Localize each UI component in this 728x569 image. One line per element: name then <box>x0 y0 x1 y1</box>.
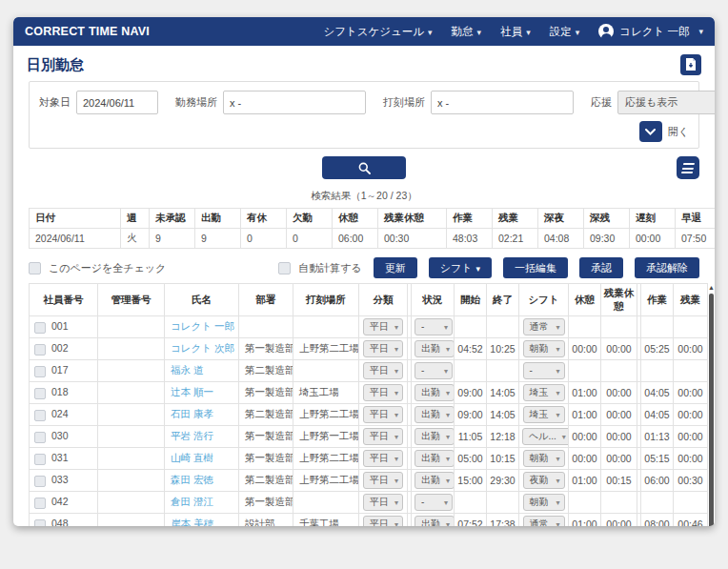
shift-select-value: - <box>530 365 533 376</box>
employee-name-link[interactable]: 岸本 美穂 <box>171 518 213 526</box>
nav-menu-shain[interactable]: 社員 <box>500 25 531 39</box>
status-select[interactable]: 出勤 <box>415 472 455 489</box>
employee-name-link[interactable]: 平岩 浩行 <box>171 430 213 441</box>
rest-cell: 00:00 <box>569 426 601 448</box>
nav-menu-settei[interactable]: 設定 <box>550 25 580 39</box>
list-menu-button[interactable] <box>677 156 699 179</box>
employee-name-link[interactable]: 森田 宏徳 <box>171 474 213 485</box>
row-checkbox[interactable] <box>34 498 46 509</box>
status-select[interactable]: 出勤 <box>415 450 455 467</box>
shift-select-value: 埼玉 <box>530 387 549 397</box>
page-title: 日別勤怠 <box>27 56 84 74</box>
attendance-col-header: 部署 <box>239 284 293 316</box>
status-select[interactable]: 出勤 <box>415 516 455 526</box>
bulk-edit-button[interactable]: 一括編集 <box>503 257 568 278</box>
category-select[interactable]: 平日 <box>363 428 403 445</box>
shift-select[interactable]: 朝勤 <box>523 340 565 357</box>
employee-name-cell: 福永 道 <box>165 360 239 382</box>
summary-col-header: 早退 <box>676 209 716 229</box>
row-checkbox[interactable] <box>34 410 46 421</box>
hamburger-icon <box>681 163 695 173</box>
status-select[interactable]: 出勤 <box>415 406 455 423</box>
employee-id: 030 <box>51 430 69 441</box>
support-group: 応援 応援も表示 <box>591 91 715 114</box>
department-cell: 第二製造部 <box>239 404 293 426</box>
support-select[interactable]: 応援も表示 <box>617 91 715 114</box>
scroll-up-icon[interactable]: ▲ <box>708 284 715 292</box>
employee-name-link[interactable]: 辻本 順一 <box>171 386 213 397</box>
employee-name-link[interactable]: 石田 康孝 <box>171 408 213 419</box>
row-checkbox[interactable] <box>34 432 46 443</box>
row-checkbox[interactable] <box>34 476 46 487</box>
row-checkbox[interactable] <box>34 388 46 399</box>
row-checkbox[interactable] <box>34 519 46 526</box>
category-select[interactable]: 平日 <box>363 318 403 335</box>
shift-select[interactable]: ヘル... <box>522 428 569 445</box>
expand-button[interactable] <box>639 121 662 142</box>
auto-calc-checkbox[interactable] <box>278 262 291 274</box>
status-select[interactable]: 出勤 <box>415 384 455 401</box>
status-cell: 出勤 <box>412 338 455 360</box>
nav-menu-shift-schedule[interactable]: シフトスケジュール <box>323 25 432 39</box>
search-button[interactable] <box>322 156 406 179</box>
row-checkbox[interactable] <box>34 366 46 377</box>
category-cell: 平日 <box>359 360 408 382</box>
employee-id: 017 <box>51 364 69 376</box>
shift-select[interactable]: 朝勤 <box>523 450 565 467</box>
category-select[interactable]: 平日 <box>363 340 403 357</box>
employee-name-link[interactable]: コレクト 次郎 <box>171 342 234 354</box>
attendance-col-header: 作業 <box>641 284 674 316</box>
employee-id-cell: 048 <box>30 514 98 527</box>
category-select[interactable]: 平日 <box>363 450 403 467</box>
status-select[interactable]: 出勤 <box>415 340 455 357</box>
overtime-cell <box>674 492 708 514</box>
status-select[interactable]: - <box>415 362 453 379</box>
shift-select[interactable]: 朝勤 <box>523 494 565 511</box>
employee-name-link[interactable]: 倉田 澄江 <box>171 496 213 507</box>
status-cell: - <box>412 360 455 382</box>
row-checkbox[interactable] <box>34 322 46 334</box>
attendance-col-header: 状況 <box>412 284 455 316</box>
status-select[interactable]: 出勤 <box>415 428 455 445</box>
status-select[interactable]: - <box>415 494 453 511</box>
export-button[interactable] <box>680 54 701 75</box>
category-select[interactable]: 平日 <box>363 516 403 526</box>
punch-place-cell: 上野第二工場 <box>293 470 359 492</box>
shift-select[interactable]: - <box>523 362 565 379</box>
category-cell: 平日 <box>359 338 408 360</box>
shift-select[interactable]: 通常 <box>523 318 565 335</box>
overtime-cell <box>674 360 708 382</box>
target-date-input[interactable] <box>76 91 158 114</box>
category-select-value: 平日 <box>370 387 389 397</box>
user-menu[interactable]: コレクト 一郎 <box>598 24 703 39</box>
employee-name-link[interactable]: 山崎 直樹 <box>171 452 213 463</box>
category-cell: 平日 <box>359 404 408 426</box>
row-checkbox[interactable] <box>34 454 46 465</box>
shift-select[interactable]: 埼玉 <box>523 384 565 401</box>
unapprove-button[interactable]: 承認解除 <box>635 257 699 278</box>
category-select[interactable]: 平日 <box>363 362 403 379</box>
employee-name-cell: 石田 康孝 <box>165 404 239 426</box>
approve-button[interactable]: 承認 <box>579 257 623 278</box>
shift-select[interactable]: 通常 <box>523 516 565 526</box>
shift-select[interactable]: 埼玉 <box>523 406 565 423</box>
vertical-scrollbar[interactable]: ▲ <box>708 283 715 526</box>
punch-place-input[interactable] <box>431 91 574 114</box>
employee-name-link[interactable]: コレクト 一郎 <box>171 320 234 332</box>
overtime-rest-cell: 00:00 <box>601 382 637 404</box>
status-select[interactable]: - <box>415 318 453 335</box>
category-select[interactable]: 平日 <box>363 384 403 401</box>
nav-menu-kintai[interactable]: 勤怠 <box>452 25 482 39</box>
shift-select[interactable]: 夜勤 <box>523 472 565 489</box>
update-button[interactable]: 更新 <box>374 257 417 278</box>
scrollbar-thumb[interactable] <box>709 294 714 526</box>
category-select[interactable]: 平日 <box>363 472 403 489</box>
employee-name-link[interactable]: 福永 道 <box>171 364 203 376</box>
category-select[interactable]: 平日 <box>363 494 403 511</box>
shift-menu-button[interactable]: シフト <box>429 257 492 278</box>
row-checkbox[interactable] <box>34 344 46 356</box>
summary-col-header: 出勤 <box>195 209 241 229</box>
check-all-checkbox[interactable] <box>29 262 41 274</box>
category-select[interactable]: 平日 <box>363 406 403 423</box>
work-place-input[interactable] <box>223 91 366 114</box>
